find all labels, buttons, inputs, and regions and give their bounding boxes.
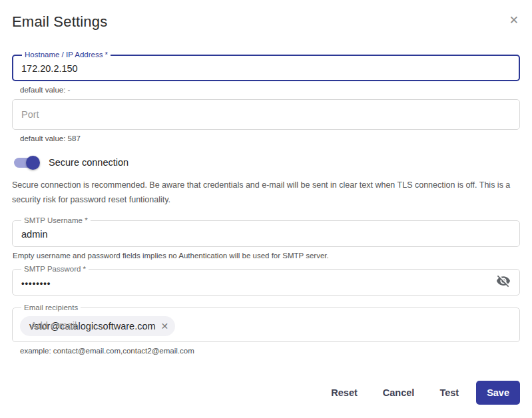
email-recipients-inner: vstor@catalogicsoftware.com ✕ — [12, 304, 520, 342]
save-button[interactable]: Save — [476, 381, 520, 405]
close-icon[interactable]: ✕ — [508, 12, 520, 29]
add-email-input[interactable] — [21, 304, 529, 342]
dialog-header: Email Settings ✕ — [12, 12, 520, 31]
dialog-footer: Reset Cancel Test Save — [12, 381, 520, 405]
reset-button[interactable]: Reset — [323, 381, 366, 404]
page-title: Email Settings — [12, 12, 107, 31]
smtp-username-helper-text: Empty username and password fields impli… — [13, 251, 520, 260]
secure-connection-toggle[interactable] — [14, 158, 39, 168]
hostname-field: Hostname / IP Address * — [12, 51, 520, 81]
secure-connection-label: Secure connection — [49, 157, 129, 168]
toggle-knob-icon — [26, 156, 40, 170]
port-input[interactable] — [12, 99, 520, 130]
smtp-password-field: SMTP Password * — [12, 265, 520, 296]
smtp-username-input[interactable] — [12, 216, 520, 247]
email-recipients-helper-text: example: contact@email.com,contact2@emai… — [20, 346, 520, 355]
hostname-input[interactable] — [12, 51, 520, 81]
smtp-username-field: SMTP Username * — [12, 216, 520, 247]
email-settings-dialog: Email Settings ✕ Hostname / IP Address *… — [0, 0, 532, 418]
secure-connection-description: Secure connection is recommended. Be awa… — [12, 178, 520, 207]
cancel-button[interactable]: Cancel — [375, 381, 423, 404]
port-field — [12, 99, 520, 130]
port-helper-text: default value: 587 — [20, 134, 520, 143]
hostname-helper-text: default value: - — [20, 85, 520, 95]
smtp-password-input[interactable] — [12, 265, 520, 296]
visibility-off-icon[interactable] — [495, 272, 512, 290]
secure-connection-row: Secure connection — [12, 154, 520, 170]
email-recipients-field: Email recipients vstor@catalogicsoftware… — [12, 304, 520, 342]
test-button[interactable]: Test — [431, 381, 467, 404]
